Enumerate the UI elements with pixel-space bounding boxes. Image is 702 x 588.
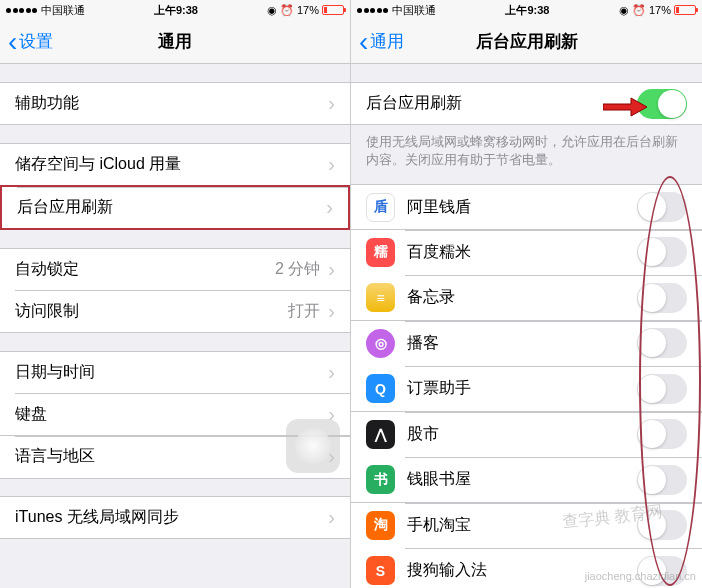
app-label: 阿里钱盾	[407, 197, 471, 218]
row-label: 日期与时间	[15, 362, 95, 383]
app-toggle[interactable]	[637, 374, 687, 404]
status-left: 中国联通	[6, 3, 85, 18]
app-label: 订票助手	[407, 378, 471, 399]
alarm-icon: ⏰	[632, 4, 646, 17]
app-icon: 糯	[366, 238, 395, 267]
battery-percent: 17%	[649, 4, 671, 16]
back-label: 设置	[19, 30, 53, 53]
chevron-left-icon: ‹	[359, 28, 368, 56]
arrow-annotation-icon	[603, 95, 648, 119]
status-time: 上午9:38	[505, 3, 549, 18]
chevron-right-icon: ›	[326, 196, 333, 219]
app-label: 搜狗输入法	[407, 560, 487, 581]
app-row[interactable]: ≡备忘录	[351, 275, 702, 321]
app-icon: S	[366, 556, 395, 585]
app-label: 百度糯米	[407, 242, 471, 263]
app-icon: ◎	[366, 329, 395, 358]
app-toggle[interactable]	[637, 419, 687, 449]
row-auto-lock[interactable]: 自动锁定 2 分钟 ›	[0, 248, 350, 291]
app-icon: 盾	[366, 193, 395, 222]
row-accessibility[interactable]: 辅助功能 ›	[0, 82, 350, 125]
status-time: 上午9:38	[154, 3, 198, 18]
chevron-right-icon: ›	[328, 300, 335, 323]
app-toggle[interactable]	[637, 465, 687, 495]
row-master-toggle[interactable]: 后台应用刷新	[351, 82, 702, 125]
alarm-icon: ⏰	[280, 4, 294, 17]
app-row[interactable]: 糯百度糯米	[351, 230, 702, 276]
app-label: 播客	[407, 333, 439, 354]
app-label: 钱眼书屋	[407, 469, 471, 490]
page-title: 后台应用刷新	[476, 30, 578, 53]
app-row[interactable]: Q订票助手	[351, 366, 702, 412]
lock-icon: ◉	[267, 4, 277, 17]
back-button[interactable]: ‹ 设置	[0, 28, 53, 56]
chevron-right-icon: ›	[328, 506, 335, 529]
status-left: 中国联通	[357, 3, 436, 18]
signal-icon	[357, 8, 388, 13]
app-row[interactable]: 书钱眼书屋	[351, 457, 702, 503]
row-background-refresh[interactable]: 后台应用刷新 ›	[0, 185, 350, 230]
row-label: 自动锁定	[15, 259, 79, 280]
app-icon: 书	[366, 465, 395, 494]
app-icon: ⋀	[366, 420, 395, 449]
row-label: 辅助功能	[15, 93, 79, 114]
status-right: ◉ ⏰ 17%	[619, 4, 696, 17]
app-toggle[interactable]	[637, 283, 687, 313]
status-right: ◉ ⏰ 17%	[267, 4, 344, 17]
app-toggle[interactable]	[637, 328, 687, 358]
row-label: 后台应用刷新	[17, 197, 113, 218]
back-button[interactable]: ‹ 通用	[351, 28, 404, 56]
row-value: 2 分钟	[275, 259, 320, 280]
assistive-touch-button[interactable]	[286, 419, 340, 473]
app-icon: ≡	[366, 283, 395, 312]
app-icon: Q	[366, 374, 395, 403]
app-toggle[interactable]	[637, 237, 687, 267]
signal-icon	[6, 8, 37, 13]
row-date-time[interactable]: 日期与时间 ›	[0, 351, 350, 394]
row-label: 后台应用刷新	[366, 93, 462, 114]
footer-description: 使用无线局域网或蜂窝移动网时，允许应用在后台刷新内容。关闭应用有助于节省电量。	[351, 125, 702, 179]
carrier-label: 中国联通	[41, 3, 85, 18]
row-restrictions[interactable]: 访问限制 打开 ›	[0, 290, 350, 333]
battery-icon	[322, 5, 344, 15]
app-row[interactable]: 淘手机淘宝	[351, 503, 702, 549]
chevron-left-icon: ‹	[8, 28, 17, 56]
app-label: 手机淘宝	[407, 515, 471, 536]
app-icon: 淘	[366, 511, 395, 540]
app-label: 股市	[407, 424, 439, 445]
app-label: 备忘录	[407, 287, 455, 308]
row-label: 键盘	[15, 404, 47, 425]
row-storage[interactable]: 储存空间与 iCloud 用量 ›	[0, 143, 350, 186]
row-label: 储存空间与 iCloud 用量	[15, 154, 181, 175]
app-toggle[interactable]	[637, 192, 687, 222]
chevron-right-icon: ›	[328, 258, 335, 281]
row-label: iTunes 无线局域网同步	[15, 507, 179, 528]
app-toggle[interactable]	[637, 556, 687, 586]
app-toggle[interactable]	[637, 510, 687, 540]
app-row[interactable]: ◎播客	[351, 321, 702, 367]
lock-icon: ◉	[619, 4, 629, 17]
row-label: 语言与地区	[15, 446, 95, 467]
carrier-label: 中国联通	[392, 3, 436, 18]
app-row[interactable]: S搜狗输入法	[351, 548, 702, 588]
battery-percent: 17%	[297, 4, 319, 16]
page-title: 通用	[158, 30, 192, 53]
back-label: 通用	[370, 30, 404, 53]
battery-icon	[674, 5, 696, 15]
row-label: 访问限制	[15, 301, 79, 322]
assistive-touch-icon	[295, 428, 331, 464]
chevron-right-icon: ›	[328, 153, 335, 176]
chevron-right-icon: ›	[328, 361, 335, 384]
row-value: 打开	[288, 301, 320, 322]
row-itunes-wifi-sync[interactable]: iTunes 无线局域网同步 ›	[0, 496, 350, 539]
app-row[interactable]: 盾阿里钱盾	[351, 184, 702, 230]
app-row[interactable]: ⋀股市	[351, 412, 702, 458]
chevron-right-icon: ›	[328, 92, 335, 115]
